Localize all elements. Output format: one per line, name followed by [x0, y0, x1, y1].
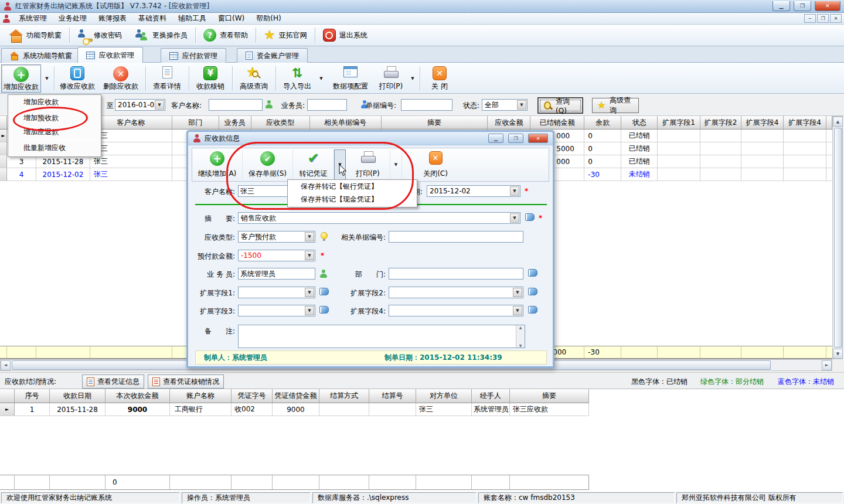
menu-item-batch-add[interactable]: 批量新增应收 [8, 141, 101, 155]
scroll-down-icon[interactable]: ▼ [833, 349, 843, 359]
chevron-down-icon[interactable] [305, 306, 314, 315]
close-module-button[interactable]: ✕ 关 闭 [423, 64, 456, 93]
dialog-close-action-button[interactable]: ✕ 关闭(C) [415, 149, 456, 180]
data-config-button[interactable]: 数据项配置 [328, 64, 373, 93]
close-button[interactable]: ✕ [815, 1, 840, 11]
lookup-book-icon[interactable] [319, 288, 329, 295]
docno-filter-input[interactable] [401, 99, 452, 111]
change-password-button[interactable]: 修改密码 [71, 26, 128, 44]
header-counterparty[interactable]: 对方单位 [416, 389, 472, 403]
view-detail-button[interactable]: 查看详情 [149, 64, 185, 93]
scroll-left-icon[interactable]: ◄ [1, 360, 11, 370]
dialog-print-dropdown[interactable]: ▼ [390, 149, 402, 180]
header-related-doc[interactable]: 相关单据编号 [310, 116, 382, 130]
import-export-button[interactable]: ⇅ 导入导出 [279, 64, 315, 93]
mdi-close-button[interactable]: ✕ [830, 14, 842, 23]
lookup-book-icon[interactable] [528, 288, 537, 295]
scroll-right-icon[interactable]: ► [822, 360, 832, 370]
related-doc-input[interactable] [389, 231, 523, 243]
to-date-combo[interactable]: 2016-01-02 [115, 99, 165, 111]
header-balance[interactable]: 余款 [584, 116, 621, 130]
salesman-input[interactable] [238, 268, 315, 280]
tab-fund-accounts[interactable]: 资金账户管理 [237, 48, 308, 63]
lookup-book-icon[interactable] [525, 213, 535, 221]
ext3-combo[interactable] [238, 305, 315, 316]
customer-person-icon[interactable] [265, 100, 273, 108]
menu-item-add-receivable[interactable]: 增加应收款 [8, 95, 101, 109]
chevron-down-icon[interactable] [510, 186, 519, 196]
minimize-button[interactable]: ▁ [772, 1, 790, 11]
chevron-down-icon[interactable] [510, 213, 519, 223]
chevron-down-icon[interactable] [513, 288, 522, 297]
menu-item-save-bank-voucher[interactable]: 保存并转记【银行凭证】 [288, 180, 417, 193]
menu-tools[interactable]: 辅助工具 [172, 13, 212, 24]
header-account[interactable]: 账户名称 [170, 389, 232, 403]
menu-item-add-refund[interactable]: 增加应退款 [8, 125, 101, 139]
dialog-restore-button[interactable]: ❐ [508, 134, 523, 143]
header-customer[interactable]: 客户名称 [90, 116, 172, 130]
menu-business[interactable]: 业务处理 [53, 13, 93, 24]
nav-window-button[interactable]: 功能导航窗 [2, 26, 68, 44]
note-scrollbar[interactable]: ▲▼ [516, 325, 525, 348]
mdi-minimize-button[interactable]: ─ [804, 14, 816, 23]
header-ext4b[interactable]: 扩展字段4 [784, 116, 826, 130]
header-status[interactable]: 状态 [621, 116, 658, 130]
menu-window[interactable]: 窗口(W) [212, 13, 250, 24]
ext2-combo[interactable] [389, 287, 523, 298]
header-amount[interactable]: 应收金额 [488, 116, 530, 130]
tab-payables[interactable]: 应付款管理 [161, 48, 226, 63]
chevron-down-icon[interactable] [513, 306, 522, 315]
vertical-scrollbar[interactable]: ▲ ▼ [832, 116, 843, 359]
chevron-down-icon[interactable] [155, 100, 164, 110]
scroll-up-icon[interactable]: ▲ [833, 117, 843, 127]
tab-receivables[interactable]: 应收款管理 [77, 47, 143, 63]
header-receipt-amount[interactable]: 本次收款金额 [106, 389, 170, 403]
header-type[interactable]: 应收类型 [251, 116, 310, 130]
menu-reports[interactable]: 账簿报表 [93, 13, 132, 24]
view-voucher-verify-button[interactable]: 查看凭证核销情况 [148, 374, 224, 389]
import-export-dropdown[interactable]: ▼ [316, 64, 326, 93]
chevron-down-icon[interactable] [305, 232, 314, 241]
header-ext2[interactable]: 扩展字段2 [700, 116, 741, 130]
view-voucher-info-button[interactable]: 查看凭证信息 [82, 374, 144, 389]
header-voucher-no[interactable]: 凭证字号 [232, 389, 273, 403]
post-voucher-button[interactable]: ✔ 转记凭证 [293, 149, 334, 180]
menu-basedata[interactable]: 基础资料 [132, 13, 172, 24]
header-summary[interactable]: 摘要 [382, 116, 488, 130]
salesman-filter-input[interactable] [307, 99, 347, 111]
edit-receivable-button[interactable]: 修改应收款 [56, 64, 98, 93]
print-button[interactable]: 打印(P) [375, 64, 407, 93]
header-settled[interactable]: 已结销金额 [530, 116, 584, 130]
doc-date-combo[interactable]: 2015-12-02 [427, 185, 520, 197]
advanced-query-button[interactable]: ★ 高级查询 [236, 64, 272, 93]
chevron-down-icon[interactable] [517, 100, 526, 110]
post-voucher-dropdown[interactable]: ▼ [334, 149, 346, 180]
tab-nav-window[interactable]: 系统功能导航窗 [1, 48, 81, 63]
exit-button[interactable]: 退出系统 [316, 26, 374, 44]
switch-operator-button[interactable]: 更换操作员 [128, 26, 194, 44]
header-ext4a[interactable]: 扩展字段4 [741, 116, 784, 130]
lookup-book-icon[interactable] [319, 306, 329, 314]
ext1-combo[interactable] [238, 287, 315, 298]
ext4-combo[interactable] [389, 305, 523, 316]
mdi-restore-button[interactable]: ❐ [817, 14, 829, 23]
header-dept[interactable]: 部门 [172, 116, 219, 130]
menu-system[interactable]: 系统管理 [13, 13, 53, 24]
header-ext1[interactable]: 扩展字段1 [658, 116, 700, 130]
chevron-down-icon[interactable] [305, 251, 314, 260]
lookup-book-icon[interactable] [528, 269, 537, 277]
menu-item-save-cash-voucher[interactable]: 保存并转记【现金凭证】 [288, 193, 417, 206]
add-receivable-dropdown[interactable]: ▼ [42, 64, 52, 93]
chevron-down-icon[interactable] [305, 288, 314, 297]
type-combo[interactable]: 客户预付款 [238, 231, 315, 243]
header-handler[interactable]: 经手人 [472, 389, 510, 403]
menu-item-add-prepayment[interactable]: 增加预收款 [8, 111, 101, 125]
print-dropdown[interactable]: ▼ [408, 64, 417, 93]
dialog-minimize-button[interactable]: ▁ [488, 134, 503, 143]
continue-add-button[interactable]: + 继续增加(A) [192, 149, 243, 180]
status-filter-combo[interactable]: 全部 [482, 99, 528, 111]
header-settle-method[interactable]: 结算方式 [319, 389, 369, 403]
header-receipt-date[interactable]: 收款日期 [50, 389, 106, 403]
customer-filter-input[interactable] [209, 99, 263, 111]
header-seq[interactable]: 序号 [15, 389, 50, 403]
